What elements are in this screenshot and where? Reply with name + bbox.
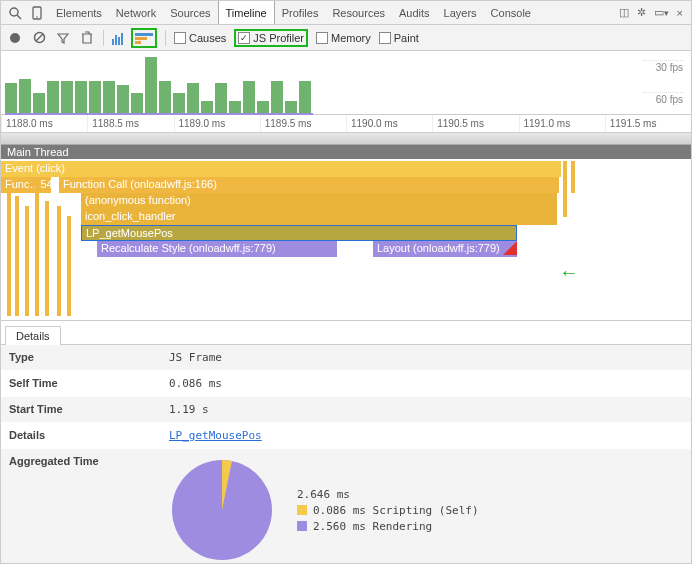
clear-icon[interactable] (31, 30, 47, 46)
causes-label: Causes (189, 32, 226, 44)
jsprofiler-highlight: JS Profiler (234, 29, 308, 47)
jsprofiler-checkbox[interactable]: JS Profiler (238, 32, 304, 44)
dock-icon[interactable]: ▭▾ (654, 6, 669, 19)
svg-rect-31 (299, 81, 311, 113)
rendering-swatch-icon (297, 521, 307, 531)
svg-rect-28 (257, 101, 269, 113)
svg-rect-16 (89, 81, 101, 113)
svg-rect-29 (271, 81, 283, 113)
svg-rect-23 (187, 83, 199, 113)
tab-timeline[interactable]: Timeline (218, 1, 275, 24)
ruler-tick: 1188.5 ms (87, 115, 173, 132)
highlight-arrow-icon: ← (559, 261, 579, 284)
svg-rect-24 (201, 101, 213, 113)
details-panel: Type JS Frame Self Time 0.086 ms Start T… (1, 344, 691, 564)
memory-checkbox[interactable]: Memory (316, 32, 371, 44)
rendering-legend: 2.560 ms Rendering (313, 520, 432, 533)
flame-event-click[interactable]: Event (click) (1, 161, 561, 177)
svg-rect-12 (33, 93, 45, 113)
scripting-swatch-icon (297, 505, 307, 515)
flame-layout[interactable]: Layout (onloadwff.js:779) (373, 241, 517, 257)
memory-label: Memory (331, 32, 371, 44)
tab-sources[interactable]: Sources (163, 1, 217, 24)
jsprofiler-label: JS Profiler (253, 32, 304, 44)
warning-triangle-icon[interactable] (503, 241, 517, 255)
selftime-value: 0.086 ms (161, 371, 230, 396)
panel-tabs: Elements Network Sources Timeline Profil… (49, 1, 538, 24)
svg-rect-32 (5, 113, 313, 115)
svg-rect-22 (173, 93, 185, 113)
flame-handler[interactable]: icon_click_handler (81, 209, 557, 225)
flame-anon[interactable]: (anonymous function) (81, 193, 557, 209)
tab-layers[interactable]: Layers (437, 1, 484, 24)
overview-chart[interactable]: 30 fps 60 fps (1, 51, 691, 115)
gear-icon[interactable]: ✲ (637, 6, 646, 19)
tab-network[interactable]: Network (109, 1, 163, 24)
tab-profiles[interactable]: Profiles (275, 1, 326, 24)
ruler-tick: 1189.0 ms (174, 115, 260, 132)
svg-rect-11 (19, 79, 31, 113)
tab-resources[interactable]: Resources (325, 1, 392, 24)
svg-rect-8 (135, 37, 147, 40)
svg-point-4 (10, 33, 20, 43)
svg-rect-17 (103, 81, 115, 113)
scrubber[interactable] (1, 133, 691, 145)
type-value: JS Frame (161, 345, 230, 370)
svg-rect-30 (285, 101, 297, 113)
selftime-label: Self Time (1, 371, 161, 396)
record-icon[interactable] (7, 30, 23, 46)
total-time: 2.646 ms (297, 488, 350, 501)
paint-label: Paint (394, 32, 419, 44)
details-link[interactable]: LP_getMousePos (169, 429, 262, 442)
type-label: Type (1, 345, 161, 370)
time-ruler[interactable]: 1188.0 ms 1188.5 ms 1189.0 ms 1189.5 ms … (1, 115, 691, 133)
ruler-tick: 1190.0 ms (346, 115, 432, 132)
svg-rect-15 (75, 81, 87, 113)
svg-line-6 (36, 34, 43, 41)
flame-chart[interactable]: Main Thread Event (click) Func…54) Funct… (1, 145, 691, 321)
svg-rect-18 (117, 85, 129, 113)
svg-rect-13 (47, 81, 59, 113)
svg-rect-7 (135, 33, 153, 36)
flame-func-call[interactable]: Function Call (onloadwff.js:166) (59, 177, 559, 193)
thread-header: Main Thread (1, 145, 691, 159)
svg-rect-19 (131, 93, 143, 113)
svg-rect-21 (159, 81, 171, 113)
view-bars-icon[interactable] (112, 31, 123, 45)
svg-point-0 (10, 8, 18, 16)
close-icon[interactable]: × (677, 7, 683, 19)
svg-rect-14 (61, 81, 73, 113)
search-icon[interactable] (5, 3, 25, 23)
flame-selected[interactable]: LP_getMousePos (81, 225, 517, 241)
aggtime-label: Aggregated Time (1, 449, 161, 473)
pie-chart (167, 455, 277, 564)
tab-audits[interactable]: Audits (392, 1, 437, 24)
paint-checkbox[interactable]: Paint (379, 32, 419, 44)
svg-rect-9 (135, 41, 141, 44)
drawer-icon[interactable]: ◫ (619, 6, 629, 19)
tab-console[interactable]: Console (484, 1, 538, 24)
ruler-tick: 1191.5 ms (605, 115, 691, 132)
fps-30: 30 fps (643, 60, 683, 73)
ruler-tick: 1189.5 ms (260, 115, 346, 132)
flame-recalc[interactable]: Recalculate Style (onloadwff.js:779) (97, 241, 337, 257)
svg-rect-20 (145, 57, 157, 113)
ruler-tick: 1188.0 ms (1, 115, 87, 132)
scripting-legend: 0.086 ms Scripting (Self) (313, 504, 479, 517)
causes-checkbox[interactable]: Causes (174, 32, 226, 44)
timeline-subbar: Causes JS Profiler Memory Paint (1, 25, 691, 51)
svg-rect-10 (5, 83, 17, 113)
tab-elements[interactable]: Elements (49, 1, 109, 24)
details-tab[interactable]: Details (5, 326, 61, 345)
devtools-toolbar: Elements Network Sources Timeline Profil… (1, 1, 691, 25)
starttime-value: 1.19 s (161, 397, 217, 422)
svg-rect-25 (215, 83, 227, 113)
svg-rect-26 (229, 101, 241, 113)
filter-icon[interactable] (55, 30, 71, 46)
view-flame-icon[interactable] (131, 28, 157, 48)
device-icon[interactable] (27, 3, 47, 23)
ruler-tick: 1191.0 ms (519, 115, 605, 132)
trash-icon[interactable] (79, 30, 95, 46)
ruler-tick: 1190.5 ms (432, 115, 518, 132)
svg-line-1 (17, 15, 21, 19)
